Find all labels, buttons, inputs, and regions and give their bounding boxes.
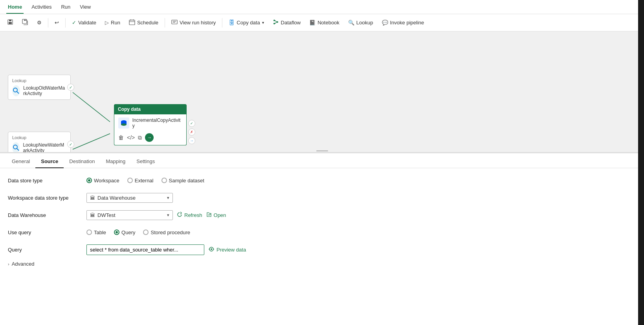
radio-external-label: External (135, 178, 154, 184)
radio-stored-procedure[interactable]: Stored procedure (143, 230, 190, 235)
notebook-icon: 📓 (309, 20, 316, 26)
workspace-data-store-type-value: Data Warehouse (97, 195, 136, 201)
arrow-right-icon[interactable]: → (145, 133, 154, 142)
lookup-node-1-icon (12, 85, 20, 96)
preview-data-button[interactable]: Preview data (208, 246, 246, 253)
copy-data-chevron-icon: ▾ (262, 20, 264, 25)
refresh-label: Refresh (184, 212, 202, 218)
canvas-area[interactable]: Lookup LookupOldWaterMarkActivity ✓ Look… (0, 31, 644, 153)
radio-external[interactable]: External (127, 178, 154, 184)
svg-line-14 (73, 92, 110, 122)
menu-view[interactable]: View (75, 0, 95, 14)
run-button[interactable]: ▷ Run (101, 18, 124, 28)
undo-button[interactable]: ↩ (51, 18, 63, 28)
dataflow-icon (273, 19, 279, 26)
lookup-toolbar-button[interactable]: 🔍 Lookup (344, 18, 377, 28)
advanced-row[interactable]: › Advanced (8, 261, 636, 267)
svg-line-12 (275, 20, 277, 22)
menu-run[interactable]: Run (56, 0, 75, 14)
tab-destination[interactable]: Destination (64, 155, 100, 168)
delete-icon[interactable]: 🗑 (118, 134, 124, 141)
refresh-icon (177, 212, 182, 219)
svg-rect-6 (172, 20, 177, 24)
data-warehouse-dropdown[interactable]: 🏛 DWTest ▾ (86, 210, 173, 220)
save-as-button[interactable] (18, 17, 32, 28)
lookup-label: Lookup (356, 20, 373, 26)
data-store-type-label: Data store type (8, 178, 86, 184)
settings-button[interactable]: ⚙ (33, 18, 46, 28)
lookup-node-2[interactable]: Lookup LookupNewWaterMarkActivity ✓ (8, 132, 71, 153)
schedule-button[interactable]: Schedule (125, 17, 162, 28)
workspace-data-store-type-label: Workspace data store type (8, 195, 86, 201)
notebook-button[interactable]: 📓 Notebook (305, 18, 343, 28)
radio-table[interactable]: Table (86, 230, 106, 235)
svg-point-9 (273, 20, 275, 21)
svg-point-11 (273, 23, 275, 24)
radio-sample-circle (161, 178, 167, 183)
data-warehouse-chevron-icon: ▾ (167, 213, 169, 218)
data-store-type-control: Workspace External Sample dataset (86, 178, 204, 184)
toolbar: ⚙ ↩ ✓ Validate ▷ Run Schedule View run h… (0, 14, 644, 31)
bottom-panel: General Source Destination Mapping Setti… (0, 153, 644, 299)
validate-button[interactable]: ✓ Validate (68, 18, 100, 28)
menu-activities[interactable]: Activities (27, 0, 56, 14)
radio-workspace[interactable]: Workspace (86, 178, 119, 184)
menu-bar: Home Activities Run View (0, 0, 644, 14)
query-input[interactable] (86, 244, 204, 255)
query-label: Query (8, 247, 86, 253)
tab-settings[interactable]: Settings (131, 155, 160, 168)
lookup-icon: 🔍 (348, 20, 354, 26)
tab-mapping[interactable]: Mapping (100, 155, 131, 168)
resize-handle[interactable] (314, 150, 330, 152)
lookup-node-1-type: Lookup (12, 78, 66, 83)
clone-icon[interactable]: ⧉ (138, 134, 142, 141)
dataflow-button[interactable]: Dataflow (269, 17, 305, 28)
use-query-label: Use query (8, 230, 86, 235)
svg-rect-5 (129, 20, 135, 25)
notebook-label: Notebook (317, 20, 339, 26)
copy-data-node[interactable]: Copy data IncrementalCopyActivity 🗑 </> … (114, 104, 187, 145)
tab-source[interactable]: Source (35, 155, 64, 168)
svg-point-22 (121, 123, 127, 126)
radio-sample-dataset[interactable]: Sample dataset (161, 178, 204, 184)
toolbar-separator-4 (222, 18, 222, 28)
save-icon (7, 19, 13, 26)
copy-data-label: Copy data (237, 20, 260, 26)
copy-node-body: IncrementalCopyActivity 🗑 </> ⧉ → (114, 114, 187, 145)
lookup-node-1[interactable]: Lookup LookupOldWaterMarkActivity ✓ (8, 75, 71, 100)
tab-bar: General Source Destination Mapping Setti… (0, 153, 644, 168)
menu-home[interactable]: Home (3, 0, 27, 14)
invoke-pipeline-icon: 💬 (382, 20, 388, 26)
open-button[interactable]: Open (206, 212, 226, 219)
tab-general[interactable]: General (6, 155, 35, 168)
connector-svg (0, 31, 644, 152)
copy-data-button[interactable]: 🗄 Copy data ▾ (225, 17, 268, 28)
run-icon: ▷ (105, 20, 109, 26)
use-query-row: Use query Table Query Stored procedure (8, 226, 636, 238)
right-bar (638, 0, 644, 325)
chevron-down-icon: ▾ (167, 195, 169, 200)
svg-line-15 (73, 134, 110, 149)
toolbar-separator-1 (48, 18, 48, 28)
warehouse-db-icon: 🏛 (90, 212, 95, 218)
refresh-button[interactable]: Refresh (177, 212, 202, 219)
radio-query[interactable]: Query (114, 230, 135, 235)
radio-sample-label: Sample dataset (169, 178, 204, 184)
error-icon: ✗ (188, 129, 195, 136)
radio-workspace-label: Workspace (94, 178, 119, 184)
save-button[interactable] (3, 17, 17, 28)
svg-line-17 (17, 92, 19, 94)
lookup-node-1-body: LookupOldWaterMarkActivity (12, 85, 66, 96)
skip-icon: → (188, 137, 195, 144)
radio-table-circle (86, 230, 92, 235)
workspace-data-store-type-dropdown[interactable]: 🏛 Data Warehouse ▾ (86, 193, 173, 203)
toolbar-separator-3 (165, 18, 165, 28)
copy-data-icon: 🗄 (229, 19, 235, 26)
code-icon[interactable]: </> (127, 134, 135, 141)
copy-node-inner: IncrementalCopyActivity (118, 118, 182, 129)
invoke-pipeline-button[interactable]: 💬 Invoke pipeline (378, 18, 428, 28)
view-run-history-button[interactable]: View run history (167, 17, 220, 28)
success-icon: ✓ (188, 120, 195, 127)
svg-line-19 (17, 149, 19, 151)
open-icon (206, 212, 212, 219)
